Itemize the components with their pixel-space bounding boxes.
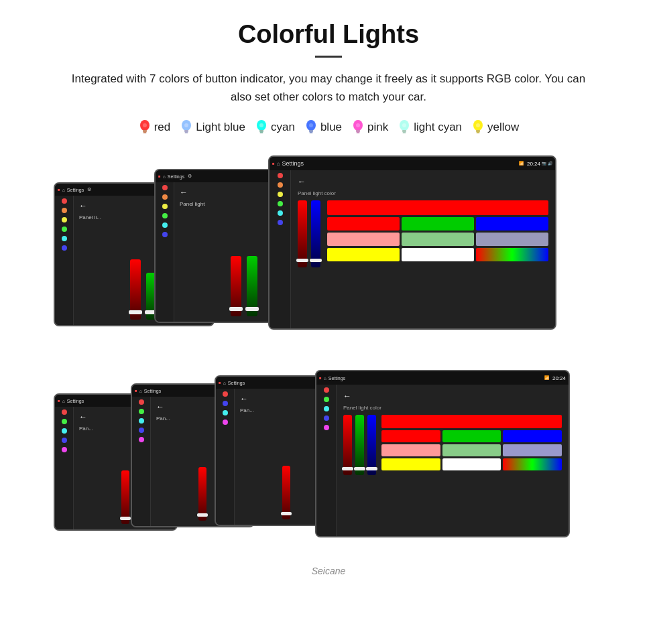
slider-g-b4[interactable]: [355, 415, 364, 475]
sidebar-dot-c3: [278, 210, 283, 216]
svg-point-23: [402, 123, 406, 127]
screen-sidebar-b1: [55, 407, 74, 529]
color-label-blue: blue: [320, 121, 342, 134]
sd-b2-1: [139, 399, 144, 405]
slider-green-2[interactable]: [247, 256, 257, 316]
slider-r-b4[interactable]: [343, 415, 352, 475]
top-row: ■ ⌂ Settings ⚙ ←: [54, 155, 603, 353]
svg-rect-25: [476, 130, 480, 132]
color-item-pink: pink: [351, 119, 388, 135]
svg-rect-9: [259, 130, 263, 132]
sd-b4-3: [324, 406, 329, 411]
bulb-icon-cyan: [255, 119, 268, 135]
sd-b3-2: [223, 401, 228, 406]
color-row-1: [327, 200, 548, 215]
color-item-cyan: cyan: [255, 119, 295, 135]
color-indicators: red Light blue cyan: [27, 119, 630, 135]
slider-red-2[interactable]: [231, 256, 241, 316]
bulb-icon-yellow: [471, 119, 485, 135]
sd-b2-2: [139, 409, 144, 414]
color-item-lightcyan: light cyan: [398, 119, 462, 135]
color-item-lightblue: Light blue: [180, 119, 245, 135]
cell-r-b4: [381, 430, 440, 442]
gear-icon-2: ⚙: [188, 174, 192, 179]
svg-point-11: [259, 123, 263, 127]
wifi-icon-b4: 📶: [544, 375, 549, 381]
svg-rect-26: [477, 132, 480, 133]
big-screen-content-b4: ← Panel light color: [337, 385, 569, 536]
bulb-icon-blue: [304, 119, 318, 135]
settings-label-b1: Settings: [67, 399, 84, 403]
sidebar-dot-red: [62, 198, 67, 204]
bulb-icon-lightblue: [180, 119, 193, 135]
thumb-rb3: [281, 512, 292, 515]
slider-rb3[interactable]: [282, 466, 290, 519]
home-icon-b1: ⌂: [62, 399, 65, 403]
color-grid-3: [327, 200, 548, 261]
home-icon: ⌂: [62, 188, 65, 192]
sidebar-dot-green: [62, 227, 67, 232]
color-label-cyan: cyan: [271, 121, 295, 134]
sliders-3: [298, 200, 320, 267]
watermark-text: Seicane: [312, 566, 346, 576]
color-label-pink: pink: [367, 121, 388, 134]
settings-label-3: Settings: [282, 160, 304, 167]
sd-b1-1: [62, 409, 67, 415]
cell-blue: [476, 217, 548, 231]
cell-white-b4: [442, 458, 501, 470]
panel-light-label-3: Panel light color: [298, 190, 548, 196]
slider-thumb-red-2: [229, 307, 243, 311]
slider-rb2[interactable]: [198, 467, 206, 521]
slider-red-1[interactable]: [130, 259, 141, 320]
slider-r3[interactable]: [298, 200, 307, 267]
slider-rb1[interactable]: [121, 470, 129, 524]
back-arrow-b4: ←: [343, 391, 562, 401]
sidebar-dot-b3: [278, 220, 283, 225]
home-icon-b2: ⌂: [139, 389, 142, 393]
sidebar-dot-y3: [278, 192, 283, 197]
screen-sidebar-b3: [216, 389, 235, 525]
color-row-b4-3: [381, 444, 562, 456]
color-row-3: [327, 233, 548, 246]
sidebar-dot-g3: [278, 201, 283, 206]
thumb-rb2: [197, 513, 208, 517]
color-row-4: [327, 248, 548, 261]
sidebar-dot-o3: [278, 182, 283, 188]
bulb-icon-lightcyan: [398, 119, 411, 135]
home-icon-b4: ⌂: [324, 376, 326, 381]
sidebar-dot-orange-2: [162, 194, 168, 200]
svg-point-15: [309, 123, 313, 127]
sidebar-dot-cyan-2: [162, 222, 168, 228]
mic-icon-b1: ■: [58, 399, 60, 403]
slider-thumb-green-2: [245, 307, 259, 311]
svg-rect-17: [356, 130, 360, 132]
color-row-b4-2: [381, 430, 562, 442]
slider-b3[interactable]: [311, 200, 320, 267]
cell-rainbow-b4: [503, 458, 562, 470]
home-icon-b3: ⌂: [223, 381, 226, 385]
thumb-g-b4: [354, 467, 365, 470]
bulb-icon-pink: [351, 119, 365, 135]
color-label-yellow: yellow: [487, 121, 519, 134]
color-label-red: red: [154, 121, 171, 134]
topbar-b4: ■ ⌂ Settings 📶 20:24: [316, 371, 569, 385]
cell-red-b4: [381, 415, 562, 428]
color-grid-b4: [381, 415, 562, 470]
color-row-2: [327, 217, 548, 231]
cell-ltblue: [476, 233, 548, 246]
svg-rect-14: [309, 132, 312, 133]
cell-red-full: [327, 200, 548, 215]
thumb-b-b4: [366, 467, 377, 470]
cell-yellow-b4: [381, 458, 440, 470]
cell-pink: [327, 233, 400, 246]
cell-b-b4: [503, 430, 562, 442]
slider-b-b4[interactable]: [367, 415, 376, 475]
color-row-b4-4: [381, 458, 562, 470]
thumb-rb1: [120, 517, 131, 520]
color-item-red: red: [138, 119, 171, 135]
cell-red: [327, 217, 400, 231]
svg-point-3: [143, 123, 147, 127]
svg-rect-13: [309, 130, 313, 132]
settings-label-2: Settings: [168, 174, 184, 179]
thumb-r3: [296, 259, 308, 262]
